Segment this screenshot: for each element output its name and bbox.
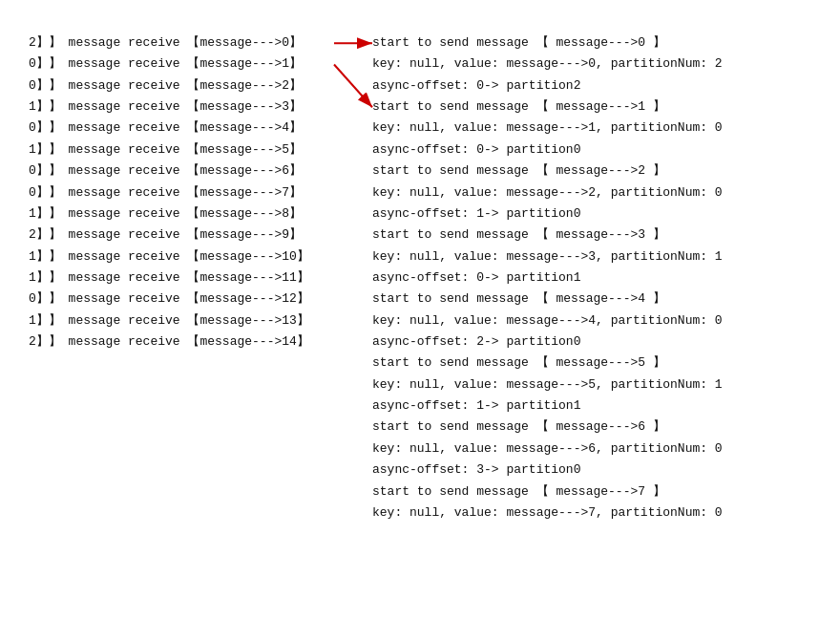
consumer-log-line: 1】】 message receive 【message--->5】 (29, 139, 334, 160)
consumer-log-line: 0】】 message receive 【message--->6】 (29, 160, 334, 182)
producer-log-line: key: null, value: message--->7, partitio… (372, 502, 830, 524)
consumer-log-line: 1】】 message receive 【message--->13】 (29, 310, 334, 331)
producer-log-line: start to send message 【 message--->2 】 (372, 160, 830, 182)
consumer-log-line: 1】】 message receive 【message--->3】 (29, 96, 334, 118)
producer-log-line: key: null, value: message--->6, partitio… (372, 438, 830, 460)
consumer-log-line: 1】】 message receive 【message--->10】 (29, 246, 334, 267)
consumer-log-line: 0】】 message receive 【message--->7】 (29, 182, 334, 203)
producer-log-line: async-offset: 3-> partition0 (372, 460, 830, 481)
consumer-log: 2】】 message receive 【message--->0】0】】 me… (29, 32, 334, 353)
producer-panel: start to send message 【 message--->0 】ke… (334, 19, 830, 610)
producer-log-line: start to send message 【 message--->5 】 (372, 353, 830, 374)
producer-log-line: start to send message 【 message--->7 】 (372, 481, 830, 502)
producer-log-line: key: null, value: message--->2, partitio… (372, 182, 830, 203)
producer-log-line: start to send message 【 message--->0 】 (372, 32, 830, 53)
producer-log-line: async-offset: 0-> partition0 (372, 139, 830, 160)
consumer-log-line: 1】】 message receive 【message--->11】 (29, 267, 334, 289)
consumer-log-line: 2】】 message receive 【message--->9】 (29, 224, 334, 246)
consumer-log-line: 0】】 message receive 【message--->1】 (29, 53, 334, 75)
producer-log-line: start to send message 【 message--->3 】 (372, 224, 830, 246)
producer-log-line: start to send message 【 message--->1 】 (372, 96, 830, 118)
consumer-log-line: 2】】 message receive 【message--->14】 (29, 331, 334, 353)
main-container: 2】】 message receive 【message--->0】0】】 me… (0, 0, 840, 620)
producer-log-line: async-offset: 0-> partition2 (372, 75, 830, 96)
producer-log-line: async-offset: 1-> partition0 (372, 203, 830, 224)
consumer-panel: 2】】 message receive 【message--->0】0】】 me… (10, 19, 334, 610)
producer-log-line: key: null, value: message--->0, partitio… (372, 53, 830, 75)
consumer-log-line: 2】】 message receive 【message--->0】 (29, 32, 334, 53)
consumer-log-line: 0】】 message receive 【message--->2】 (29, 75, 334, 96)
producer-log-line: async-offset: 0-> partition1 (372, 267, 830, 289)
consumer-log-line: 0】】 message receive 【message--->12】 (29, 289, 334, 310)
producer-log-line: start to send message 【 message--->4 】 (372, 289, 830, 310)
producer-log-line: key: null, value: message--->3, partitio… (372, 246, 830, 267)
producer-log: start to send message 【 message--->0 】ke… (372, 32, 830, 524)
producer-log-line: key: null, value: message--->1, partitio… (372, 118, 830, 139)
producer-log-line: key: null, value: message--->5, partitio… (372, 374, 830, 396)
producer-log-line: async-offset: 1-> partition1 (372, 396, 830, 417)
consumer-log-line: 1】】 message receive 【message--->8】 (29, 203, 334, 224)
consumer-log-line: 0】】 message receive 【message--->4】 (29, 118, 334, 139)
producer-log-line: async-offset: 2-> partition0 (372, 331, 830, 353)
producer-log-line: start to send message 【 message--->6 】 (372, 417, 830, 438)
producer-log-line: key: null, value: message--->4, partitio… (372, 310, 830, 331)
